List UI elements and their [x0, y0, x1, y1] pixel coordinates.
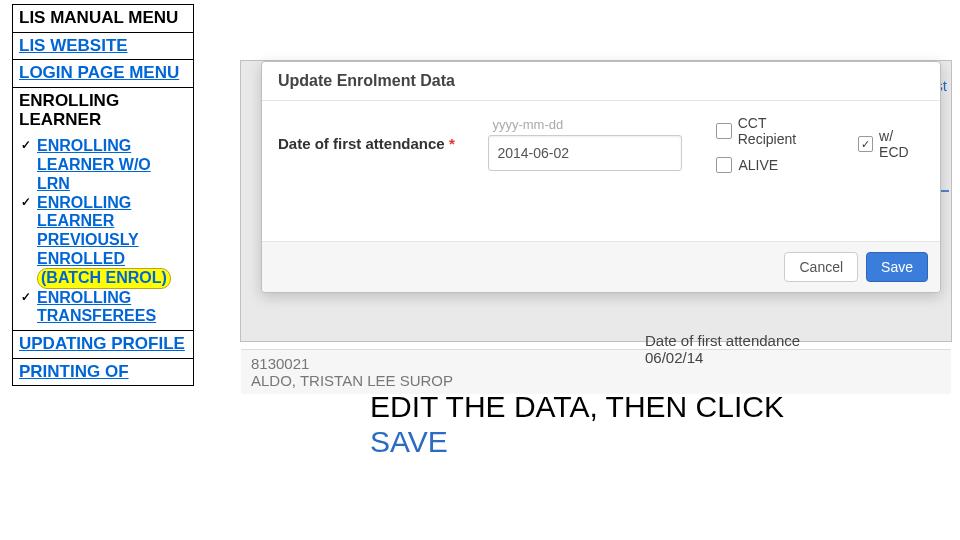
field-placeholder-hint: yyyy-mm-dd [488, 117, 682, 135]
checkbox-label-ecd: w/ ECD [879, 128, 924, 160]
screenshot-area: 3 I asterlist Le 8130021 ALDO, TRISTAN L… [240, 60, 952, 342]
nav-cell-enrolling: ENROLLING LEARNER ✓ ENROLLING LEARNER W/… [13, 88, 193, 331]
nav-link-lis-website[interactable]: LIS WEBSITE [19, 36, 128, 55]
nav-cell-website: LIS WEBSITE [13, 33, 193, 61]
nav-link-printing[interactable]: PRINTING OF [19, 362, 129, 381]
checkbox-label-alive: ALIVE [738, 157, 778, 173]
nav-title: LIS MANUAL MENU [13, 5, 193, 33]
nav-cell-login: LOGIN PAGE MENU [13, 60, 193, 88]
bg-date-block: Date of first attendance 06/02/14 [645, 332, 800, 367]
nav-link-enroll-prev-text: ENROLLING LEARNER PREVIOUSLY ENROLLED [37, 194, 139, 267]
checkbox-box-cct [716, 123, 731, 139]
nav-cell-printing: PRINTING OF [13, 359, 193, 386]
checkbox-label-cct: CCT Recipient [738, 115, 824, 147]
modal-footer: Cancel Save [262, 241, 940, 292]
highlight-batch-enrol: (BATCH ENROL) [37, 268, 171, 288]
nav-heading-enrolling-learner: ENROLLING LEARNER [19, 91, 119, 129]
nav-link-enroll-previously[interactable]: ENROLLING LEARNER PREVIOUSLY ENROLLED (B… [37, 194, 171, 287]
nav-link-updating-profile[interactable]: UPDATING PROFILE [19, 334, 185, 353]
required-mark: * [449, 135, 455, 152]
field-label-date: Date of first attendance * [278, 135, 455, 152]
checkbox-box-alive [716, 157, 732, 173]
check-icon: ✓ [21, 196, 31, 209]
checkbox-cct[interactable]: CCT Recipient [716, 115, 823, 147]
bg-date-label: Date of first attendance [645, 332, 800, 349]
instruction-save-word: SAVE [370, 425, 448, 458]
checkbox-ecd[interactable]: ✓ w/ ECD [858, 128, 924, 160]
bg-date-value: 06/02/14 [645, 349, 703, 366]
cancel-button[interactable]: Cancel [784, 252, 858, 282]
instruction-line1: EDIT THE DATA, THEN CLICK [370, 390, 784, 423]
nav-link-enroll-wo-lrn[interactable]: ENROLLING LEARNER W/O LRN [37, 137, 151, 191]
field-label-date-text: Date of first attendance [278, 135, 449, 152]
checkbox-box-ecd: ✓ [858, 136, 873, 152]
modal-title: Update Enrolment Data [262, 62, 940, 101]
date-first-attendance-input[interactable] [488, 135, 682, 171]
nav-link-enroll-transferees[interactable]: ENROLLING TRANSFEREES [37, 289, 156, 325]
checkbox-alive[interactable]: ALIVE [716, 157, 823, 173]
update-enrolment-modal: Update Enrolment Data Date of first atte… [261, 61, 941, 293]
instruction-text: EDIT THE DATA, THEN CLICK SAVE [370, 390, 784, 459]
bg-name: ALDO, TRISTAN LEE SUROP [251, 372, 453, 389]
bg-id: 8130021 [251, 355, 309, 372]
nav-cell-updating: UPDATING PROFILE [13, 331, 193, 359]
bg-id-name: 8130021 ALDO, TRISTAN LEE SUROP [251, 355, 453, 389]
save-button[interactable]: Save [866, 252, 928, 282]
check-icon: ✓ [21, 291, 31, 304]
check-icon: ✓ [21, 139, 31, 152]
nav-link-login-page-menu[interactable]: LOGIN PAGE MENU [19, 63, 179, 82]
manual-menu-nav: LIS MANUAL MENU LIS WEBSITE LOGIN PAGE M… [12, 4, 194, 386]
